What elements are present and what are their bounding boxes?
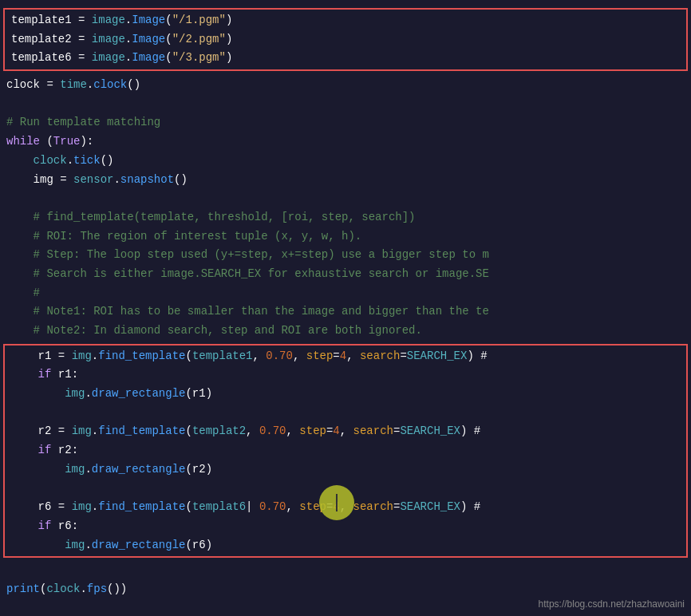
highlight-box-bottom: r1 = img.find_template(template1, 0.70, … [3,344,688,559]
code-line-comment-4: # Search is either image.SEARCH_EX for e… [0,265,691,284]
code-line-3: template6 = image.Image("/3.pgm") [5,49,686,68]
watermark: https://blog.csdn.net/zhazhawoaini [539,598,685,610]
code-line-comment-1: # find_template(template, threshold, [ro… [0,208,691,227]
code-line-2: template2 = image.Image("/2.pgm") [5,30,686,49]
code-line-if-r2: if r2: [5,441,686,460]
code-line-if-r1: if r1: [5,365,686,385]
code-line-blank3 [5,404,686,423]
code-line-draw-r1: img.draw_rectangle(r1) [5,385,686,404]
code-line-comment-run: # Run template matching [0,113,691,132]
code-line-comment-5: # [0,284,691,303]
code-line-1: template1 = image.Image("/1.pgm") [5,11,686,30]
code-line-r1: r1 = img.find_template(template1, 0.70, … [5,347,686,366]
code-line-r2: r2 = img.find_template(templat2, 0.70, s… [5,422,686,441]
code-line-draw-r6: img.draw_rectangle(r6) [5,536,686,555]
code-line-clock: clock = time.clock() [0,76,691,95]
code-line-comment-6: # Note1: ROI has to be smaller than the … [0,302,691,322]
code-line-snapshot: img = sensor.snapshot() [0,171,691,190]
code-line-blank2 [0,189,691,208]
code-line-blank1 [0,95,691,114]
code-line-comment-7: # Note2: In diamond search, step and ROI… [0,322,691,341]
code-line-print: print(clock.fps()) [0,580,691,599]
code-editor: template1 = image.Image("/1.pgm") templa… [0,0,691,616]
code-line-draw-r2: img.draw_rectangle(r2) [5,460,686,480]
code-line-comment-3: # Step: The loop step used (y+=step, x+=… [0,246,691,265]
code-line-blank5 [0,561,691,580]
cursor-bar [336,494,338,511]
highlight-box-top: template1 = image.Image("/1.pgm") templa… [3,8,688,71]
code-line-if-r6: if r6: [5,517,686,536]
code-line-while: while (True): [0,132,691,152]
code-line-tick: clock.tick() [0,152,691,171]
code-line-comment-2: # ROI: The region of interest tuple (x, … [0,227,691,247]
cursor-indicator [319,485,354,520]
